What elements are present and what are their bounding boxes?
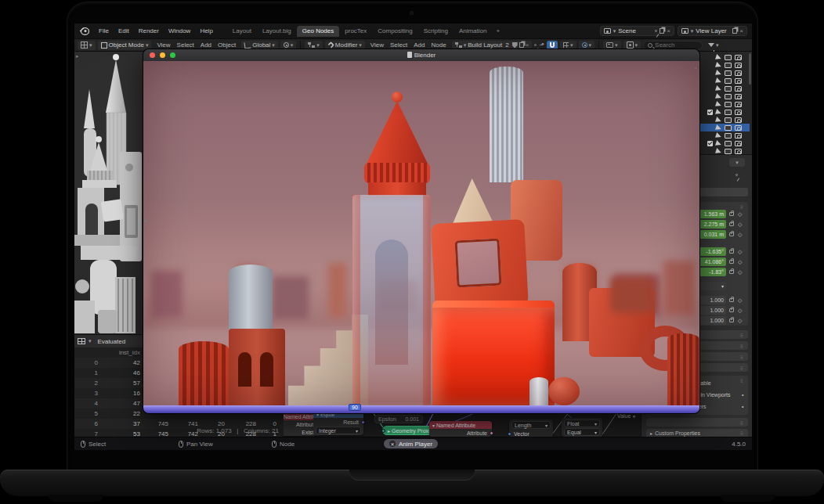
node-menu-add[interactable]: Add [410, 41, 428, 49]
keyframe-diamond-icon[interactable]: ◇ [738, 269, 742, 275]
fake-user-shield-icon[interactable] [512, 42, 518, 49]
node-vector-math[interactable]: Length▾ Vector [509, 419, 553, 437]
tab-compositing[interactable]: Compositing [372, 26, 417, 37]
mode-dropdown[interactable]: Object Mode ▾ [98, 41, 152, 50]
monitor-visibility-icon[interactable] [725, 149, 732, 154]
users-count[interactable]: 2 [504, 41, 510, 49]
monitor-visibility-icon[interactable] [725, 78, 732, 84]
properties-breadcrumb-toggle[interactable]: ▾ [729, 158, 745, 167]
monitor-visibility-icon[interactable] [725, 133, 732, 139]
socket[interactable] [361, 420, 365, 424]
keyframe-diamond-icon[interactable]: ◇ [738, 259, 742, 265]
scrollbar[interactable] [749, 53, 751, 85]
tab-animation[interactable]: Animation [454, 26, 493, 37]
monitor-visibility-icon[interactable] [725, 141, 732, 146]
selectable-pointer-icon[interactable] [715, 101, 722, 108]
tab-layout[interactable]: Layout [227, 26, 257, 37]
socket[interactable] [381, 429, 385, 433]
pin-icon[interactable] [735, 174, 738, 176]
snap-toggle[interactable] [547, 41, 558, 50]
monitor-visibility-icon[interactable] [725, 117, 732, 123]
checkbox-icon[interactable] [707, 110, 713, 115]
lock-icon[interactable] [729, 260, 734, 264]
new-copy-icon[interactable] [519, 42, 524, 48]
camera-render-icon[interactable] [735, 94, 742, 99]
node-tree-selector[interactable]: ▾ Build Layout 2 × [452, 41, 533, 50]
add-workspace-button[interactable]: + [492, 27, 504, 34]
node-dropdown[interactable]: Length▾ [511, 421, 551, 429]
scene-name[interactable]: Scene [618, 27, 652, 34]
pivot-dropdown[interactable]: ▾ [280, 41, 297, 50]
region-expand-arrow[interactable]: ⌄ [693, 64, 698, 70]
render-window[interactable]: Blender [143, 49, 699, 413]
node-compare[interactable]: Float▾ Equal▾ [562, 418, 602, 437]
camera-render-icon[interactable] [735, 133, 742, 139]
keyframe-diamond-icon[interactable]: ◇ [738, 221, 742, 227]
selectable-pointer-icon[interactable] [715, 132, 722, 139]
timeline-strip[interactable]: 90 [143, 405, 699, 413]
anim-player-indicator[interactable]: ✕ Anim Player [384, 439, 438, 448]
node-dropdown[interactable]: Float▾ [564, 419, 600, 427]
keyframe-diamond-icon[interactable]: ◇ [738, 308, 742, 313]
keyframe-diamond-icon[interactable]: ◇ [738, 297, 742, 303]
camera-render-icon[interactable] [735, 55, 742, 60]
camera-render-icon[interactable] [735, 110, 742, 115]
panel-grip[interactable]: ⠿ [740, 204, 744, 210]
keyframe-diamond-icon[interactable]: ◇ [738, 232, 742, 237]
selectable-pointer-icon[interactable] [715, 109, 722, 116]
overlays-dropdown[interactable]: ▾ [603, 41, 621, 50]
monitor-visibility-icon[interactable] [725, 70, 732, 76]
selectable-pointer-icon[interactable] [715, 77, 722, 85]
region-expand-arrow[interactable]: ▸ [145, 218, 148, 224]
editor-type-nodes[interactable]: ▾ [305, 41, 323, 50]
monitor-visibility-icon[interactable] [725, 125, 732, 131]
camera-render-icon[interactable] [735, 125, 742, 131]
selectable-pointer-icon[interactable] [715, 62, 722, 69]
tab-scripting[interactable]: Scripting [418, 26, 454, 37]
lock-icon[interactable] [729, 319, 734, 322]
camera-render-icon[interactable] [735, 63, 742, 68]
editor-type-viewport[interactable]: ▾ [78, 41, 96, 50]
selectable-pointer-icon[interactable] [715, 140, 722, 147]
monitor-visibility-icon[interactable] [725, 63, 732, 68]
camera-render-icon[interactable] [735, 141, 742, 146]
selectable-pointer-icon[interactable] [715, 54, 722, 61]
orientation-dropdown[interactable]: Global ▾ [241, 41, 278, 50]
monitor-visibility-icon[interactable] [725, 110, 732, 115]
filter-dropdown[interactable]: ▾ [705, 41, 722, 50]
viewport-menu-view[interactable]: View [154, 41, 173, 49]
node-named-attribute-b[interactable]: ▾Named Attribute Attribute [429, 421, 492, 437]
lock-icon[interactable] [729, 232, 734, 236]
close-icon[interactable]: × [667, 28, 670, 34]
socket[interactable] [490, 431, 493, 435]
menu-file[interactable]: File [94, 27, 114, 34]
keyframe-diamond-icon[interactable]: ◇ [738, 249, 742, 254]
viewport-menu-select[interactable]: Select [174, 41, 197, 49]
selectable-pointer-icon[interactable] [715, 124, 722, 131]
node-tree-type-dropdown[interactable]: Modifier ▾ [325, 41, 365, 50]
scene-selector[interactable]: ▾ Scene × [600, 26, 674, 36]
new-copy-icon[interactable] [660, 28, 664, 34]
view-layer-selector[interactable]: ▾ View Layer × [678, 26, 747, 36]
epsilon-field[interactable]: Epsilon 0.001 [374, 415, 423, 423]
shading-dropdown[interactable]: ▾ [623, 41, 641, 50]
camera-render-icon[interactable] [735, 70, 742, 76]
panel-grip[interactable]: ⠿ [740, 378, 744, 383]
menu-render[interactable]: Render [134, 27, 164, 34]
pin-icon[interactable] [655, 30, 657, 32]
collapsed-panel[interactable]: ⠿ [646, 418, 748, 427]
menu-edit[interactable]: Edit [114, 27, 134, 34]
socket[interactable] [508, 432, 511, 436]
monitor-visibility-icon[interactable] [725, 102, 732, 107]
lock-icon[interactable] [729, 212, 734, 216]
checkbox-icon[interactable] [707, 141, 713, 146]
menu-help[interactable]: Help [195, 27, 217, 34]
camera-render-icon[interactable] [735, 102, 742, 107]
node-menu-select[interactable]: Select [387, 41, 410, 49]
lock-icon[interactable] [729, 250, 734, 254]
camera-render-icon[interactable] [735, 149, 742, 154]
viewport-menu-add[interactable]: Add [197, 41, 215, 49]
close-icon[interactable]: × [526, 42, 529, 49]
node-header[interactable]: ▾Named Attribute [429, 421, 492, 429]
monitor-visibility-icon[interactable] [725, 86, 732, 92]
